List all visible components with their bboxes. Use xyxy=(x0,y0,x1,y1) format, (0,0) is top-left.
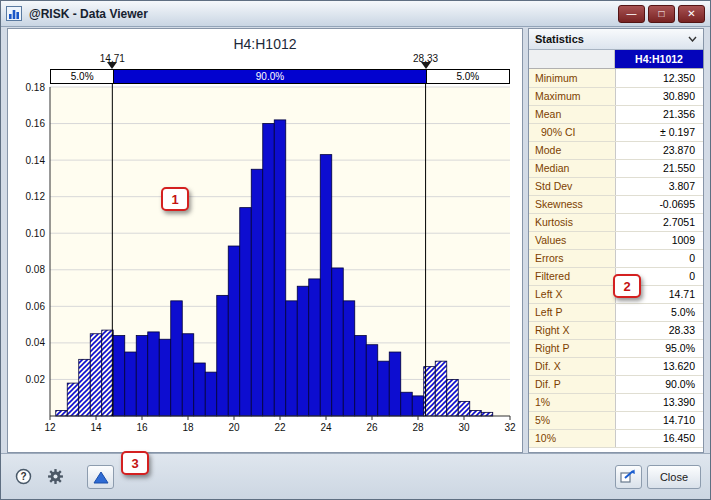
svg-text:0.04: 0.04 xyxy=(26,337,46,348)
stat-value: 21.356 xyxy=(615,105,703,123)
stat-value: 5.0% xyxy=(615,303,703,321)
stat-value: 1009 xyxy=(615,231,703,249)
bottom-toolbar: ? xyxy=(1,453,710,499)
stat-value: 13.390 xyxy=(615,393,703,411)
titlebar[interactable]: @RISK - Data Viewer — □ ✕ xyxy=(1,1,710,27)
histogram-bar xyxy=(481,412,493,416)
stat-value: 13.620 xyxy=(615,357,703,375)
stat-label: Kurtosis xyxy=(529,213,615,231)
stat-row: Values1009 xyxy=(529,231,703,249)
svg-text:28: 28 xyxy=(412,422,424,433)
data-viewer-window: @RISK - Data Viewer — □ ✕ H4:H1012 14.71… xyxy=(0,0,711,500)
stat-label: Maximum xyxy=(529,87,615,105)
stat-value: 0 xyxy=(615,249,703,267)
stat-row: Right P95.0% xyxy=(529,339,703,357)
chart-options-button[interactable] xyxy=(87,465,114,489)
content-area: H4:H1012 14.71 28.33 5.0% 90.0% 5.0% 0.0… xyxy=(7,28,704,453)
stat-row: Dif. X13.620 xyxy=(529,357,703,375)
stat-value: 30.890 xyxy=(615,87,703,105)
stat-row: Mode23.870 xyxy=(529,141,703,159)
histogram-bar xyxy=(458,401,470,416)
stat-value: 2.7051 xyxy=(615,213,703,231)
histogram-bar xyxy=(194,363,206,416)
stat-label: Mean xyxy=(529,105,615,123)
svg-text:0.08: 0.08 xyxy=(26,264,46,275)
maximize-button[interactable]: □ xyxy=(648,5,675,23)
settings-button[interactable] xyxy=(42,465,69,489)
histogram-bar xyxy=(470,411,482,416)
stat-row: 90% CI± 0.197 xyxy=(529,123,703,141)
stat-value: 28.33 xyxy=(615,321,703,339)
histogram-bar xyxy=(102,330,114,416)
chart-card: H4:H1012 14.71 28.33 5.0% 90.0% 5.0% 0.0… xyxy=(7,28,523,453)
stat-value: 23.870 xyxy=(615,141,703,159)
close-window-button[interactable]: ✕ xyxy=(678,5,705,23)
svg-text:20: 20 xyxy=(228,422,240,433)
statistics-panel: Statistics H4:H1012 Minimum12.350Maximum… xyxy=(528,28,704,453)
stat-value: 95.0% xyxy=(615,339,703,357)
svg-text:0.14: 0.14 xyxy=(26,155,46,166)
svg-text:24: 24 xyxy=(320,422,332,433)
stat-value: 90.0% xyxy=(615,375,703,393)
close-button[interactable]: Close xyxy=(647,465,701,489)
histogram-bar xyxy=(79,359,91,416)
stat-label: Values xyxy=(529,231,615,249)
stat-value: 12.350 xyxy=(615,69,703,87)
stat-row: 1%13.390 xyxy=(529,393,703,411)
stats-table: Minimum12.350Maximum30.890Mean21.35690% … xyxy=(529,69,703,452)
stat-label: 1% xyxy=(529,393,615,411)
svg-text:14: 14 xyxy=(90,422,102,433)
stat-label: Minimum xyxy=(529,69,615,87)
stat-label: Left P xyxy=(529,303,615,321)
histogram-bar xyxy=(251,169,263,416)
gear-icon xyxy=(47,468,64,485)
stat-row: 5%14.710 xyxy=(529,411,703,429)
histogram-bar xyxy=(240,208,252,416)
stats-column-header-row: H4:H1012 xyxy=(529,50,703,69)
stat-label: Std Dev xyxy=(529,177,615,195)
histogram-bar xyxy=(366,345,378,416)
svg-text:12: 12 xyxy=(44,422,56,433)
stat-value: -0.0695 xyxy=(615,195,703,213)
stat-row: Maximum30.890 xyxy=(529,87,703,105)
minimize-button[interactable]: — xyxy=(618,5,645,23)
svg-text:0.02: 0.02 xyxy=(26,374,46,385)
callout-badge-3: 3 xyxy=(121,451,149,475)
stat-value: 21.550 xyxy=(615,159,703,177)
histogram-bar xyxy=(113,336,125,416)
svg-text:0.16: 0.16 xyxy=(26,118,46,129)
histogram-bar xyxy=(274,120,286,416)
stats-column-header: H4:H1012 xyxy=(615,50,703,68)
stat-label: 10% xyxy=(529,429,615,447)
stat-label: 90% CI xyxy=(529,123,615,141)
svg-text:32: 32 xyxy=(504,422,516,433)
stat-row: Right X28.33 xyxy=(529,321,703,339)
stat-value: ± 0.197 xyxy=(615,123,703,141)
stat-value: 14.710 xyxy=(615,411,703,429)
histogram-bar xyxy=(435,361,447,416)
statistics-dropdown[interactable]: Statistics xyxy=(529,29,703,50)
svg-text:26: 26 xyxy=(366,422,378,433)
stat-label: Dif. P xyxy=(529,375,615,393)
help-button[interactable]: ? xyxy=(10,465,37,489)
stat-label: Skewness xyxy=(529,195,615,213)
callout-badge-2: 2 xyxy=(613,274,641,298)
svg-text:16: 16 xyxy=(136,422,148,433)
stats-corner-cell xyxy=(529,50,615,68)
histogram-bar xyxy=(332,268,344,416)
stat-row: Median21.550 xyxy=(529,159,703,177)
chevron-down-icon xyxy=(688,36,697,42)
svg-text:0.10: 0.10 xyxy=(26,228,46,239)
svg-text:?: ? xyxy=(20,471,26,482)
stat-label: Errors xyxy=(529,249,615,267)
histogram-bar xyxy=(228,246,240,416)
stat-row: Minimum12.350 xyxy=(529,69,703,87)
histogram-bar xyxy=(90,334,102,416)
export-button[interactable] xyxy=(615,465,642,489)
histogram-bar xyxy=(401,392,413,416)
svg-text:0.18: 0.18 xyxy=(26,82,46,93)
stat-label: 5% xyxy=(529,411,615,429)
distribution-chart-icon xyxy=(93,470,109,484)
stat-row: Std Dev3.807 xyxy=(529,177,703,195)
svg-text:0.06: 0.06 xyxy=(26,301,46,312)
